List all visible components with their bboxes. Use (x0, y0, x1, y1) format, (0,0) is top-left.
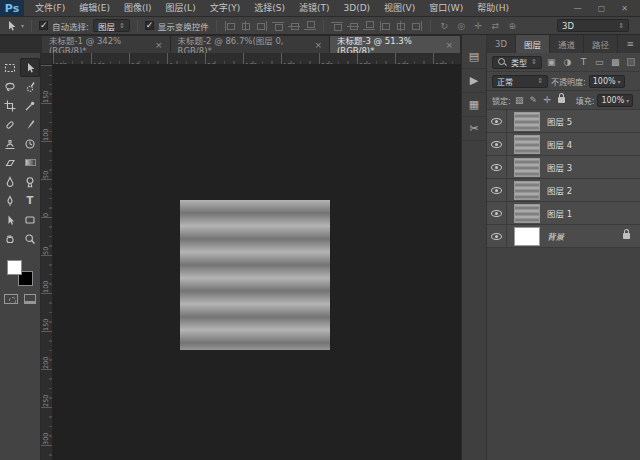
histogram-panel-icon[interactable]: ▦ (462, 93, 486, 117)
lock-position-icon[interactable]: ✛ (542, 95, 553, 105)
filter-shape-layers-icon[interactable]: ▭ (593, 57, 606, 67)
distribute-center-icon[interactable] (395, 21, 407, 31)
distribute-top-icon[interactable] (331, 21, 343, 31)
spot-healing-brush-tool-icon[interactable] (0, 115, 20, 134)
layer-row-4[interactable]: 图层 4 (487, 133, 640, 156)
layer-row-3[interactable]: 图层 3 (487, 156, 640, 179)
3d-scale-icon[interactable]: ⊕ (506, 21, 519, 31)
workspace-switcher[interactable]: 3D ⇕ (557, 19, 629, 32)
menu-item-edit[interactable]: 编辑(E) (72, 0, 117, 16)
move-tool-icon[interactable] (20, 58, 40, 77)
align-middle-icon[interactable] (288, 21, 300, 31)
layer-thumbnail[interactable] (514, 181, 540, 200)
brush-tool-icon[interactable] (20, 115, 40, 134)
3d-slide-icon[interactable]: ⇄ (489, 21, 502, 31)
menu-item-3d[interactable]: 3D(D) (336, 0, 377, 16)
visibility-toggle[interactable] (487, 156, 507, 178)
align-left-icon[interactable] (224, 21, 236, 31)
layer-row-5[interactable]: 图层 5 (487, 110, 640, 133)
visibility-toggle[interactable] (487, 110, 507, 132)
visibility-toggle[interactable] (487, 202, 507, 224)
tab-channels[interactable]: 通道 (550, 35, 584, 53)
show-transform-checkbox[interactable] (145, 21, 154, 30)
close-button[interactable]: ✕ (621, 4, 628, 13)
clone-stamp-tool-icon[interactable] (0, 134, 20, 153)
3d-roll-icon[interactable]: ◎ (455, 21, 468, 31)
layer-thumbnail[interactable] (514, 204, 540, 223)
crop-tool-icon[interactable] (0, 96, 20, 115)
vertical-ruler[interactable]: 15010050050100150200250300 (41, 65, 53, 460)
close-tab-icon[interactable]: × (314, 40, 322, 50)
document-tab-1[interactable]: 未标题-1 @ 342%(RGB/8)* × (42, 36, 171, 53)
actions-panel-icon[interactable]: ▶ (462, 69, 486, 93)
visibility-toggle[interactable] (487, 133, 507, 155)
auto-select-checkbox[interactable] (39, 21, 48, 30)
eyedropper-tool-icon[interactable] (20, 96, 40, 115)
fill-value-field[interactable]: 100% ▾ (597, 94, 633, 107)
menu-item-window[interactable]: 窗口(W) (422, 0, 470, 16)
horizontal-ruler[interactable]: 15010050050100150200250300350 (53, 53, 461, 65)
minimize-button[interactable]: — (574, 4, 582, 13)
filter-type-dropdown[interactable]: 类型 ⇕ (492, 56, 542, 69)
quick-selection-tool-icon[interactable] (20, 77, 40, 96)
filter-adjustment-layers-icon[interactable]: ◑ (561, 57, 574, 67)
type-tool-icon[interactable]: T (20, 191, 40, 210)
distribute-left-icon[interactable] (379, 21, 391, 31)
lock-transparent-pixels-icon[interactable]: ▨ (514, 95, 525, 105)
move-tool-preset-icon[interactable] (5, 20, 17, 32)
layer-row-2[interactable]: 图层 2 (487, 179, 640, 202)
opacity-value-field[interactable]: 100% ▾ (589, 75, 625, 88)
panel-menu-icon[interactable]: ≡ (620, 35, 640, 53)
distribute-right-icon[interactable] (411, 21, 423, 31)
menu-item-image[interactable]: 图像(I) (117, 0, 159, 16)
menu-item-view[interactable]: 视图(V) (377, 0, 422, 16)
ruler-origin-corner[interactable] (41, 53, 53, 65)
lock-all-icon[interactable] (558, 97, 565, 103)
blend-mode-dropdown[interactable]: 正常 ⇕ (492, 75, 548, 88)
dodge-tool-icon[interactable] (20, 172, 40, 191)
foreground-color-swatch[interactable] (7, 260, 22, 275)
history-brush-tool-icon[interactable] (20, 134, 40, 153)
notes-panel-icon[interactable]: ✂ (462, 117, 486, 141)
path-selection-tool-icon[interactable] (0, 210, 20, 229)
close-tab-icon[interactable]: × (445, 40, 453, 50)
tool-preset-dropdown-icon[interactable]: ▾ (21, 22, 24, 29)
document-image-striped-square[interactable] (180, 200, 330, 350)
layer-thumbnail[interactable] (514, 227, 540, 246)
tab-3d[interactable]: 3D (487, 35, 516, 53)
filter-smart-objects-icon[interactable]: ▩ (609, 57, 622, 67)
menu-item-file[interactable]: 文件(F) (28, 0, 72, 16)
pen-tool-icon[interactable] (0, 191, 20, 210)
auto-select-target-dropdown[interactable]: 图层 ⇕ (93, 19, 130, 32)
menu-item-type[interactable]: 文字(Y) (203, 0, 248, 16)
zoom-tool-icon[interactable] (20, 229, 40, 248)
canvas-area[interactable] (53, 65, 461, 460)
screen-mode-icon[interactable] (24, 294, 36, 304)
align-right-icon[interactable] (256, 21, 268, 31)
shape-tool-icon[interactable] (20, 210, 40, 229)
visibility-toggle[interactable] (487, 225, 507, 247)
layer-thumbnail[interactable] (514, 112, 540, 131)
tab-layers[interactable]: 图层 (516, 35, 550, 53)
document-tab-2[interactable]: 未标题-2 @ 86.7%(图层 0, RGB/8)* × (171, 36, 330, 53)
document-tab-3-active[interactable]: 未标题-3 @ 51.3%(RGB/8)* × (330, 36, 461, 53)
blur-tool-icon[interactable] (0, 172, 20, 191)
menu-item-help[interactable]: 帮助(H) (470, 0, 516, 16)
maximize-button[interactable]: ▢ (598, 4, 606, 13)
filter-toggle-switch[interactable] (627, 58, 635, 66)
menu-item-select[interactable]: 选择(S) (247, 0, 292, 16)
layer-thumbnail[interactable] (514, 135, 540, 154)
hand-tool-icon[interactable] (0, 229, 20, 248)
3d-drag-icon[interactable]: ✛ (472, 21, 485, 31)
tab-paths[interactable]: 路径 (584, 35, 618, 53)
filter-type-layers-icon[interactable]: T (577, 57, 590, 67)
align-bottom-icon[interactable] (304, 21, 316, 31)
layer-row-1[interactable]: 图层 1 (487, 202, 640, 225)
visibility-toggle[interactable] (487, 179, 507, 201)
distribute-middle-icon[interactable] (347, 21, 359, 31)
distribute-bottom-icon[interactable] (363, 21, 375, 31)
lasso-tool-icon[interactable] (0, 77, 20, 96)
menu-item-filter[interactable]: 滤镜(T) (292, 0, 337, 16)
menu-item-layer[interactable]: 图层(L) (159, 0, 203, 16)
history-panel-icon[interactable]: ▤ (462, 45, 486, 69)
